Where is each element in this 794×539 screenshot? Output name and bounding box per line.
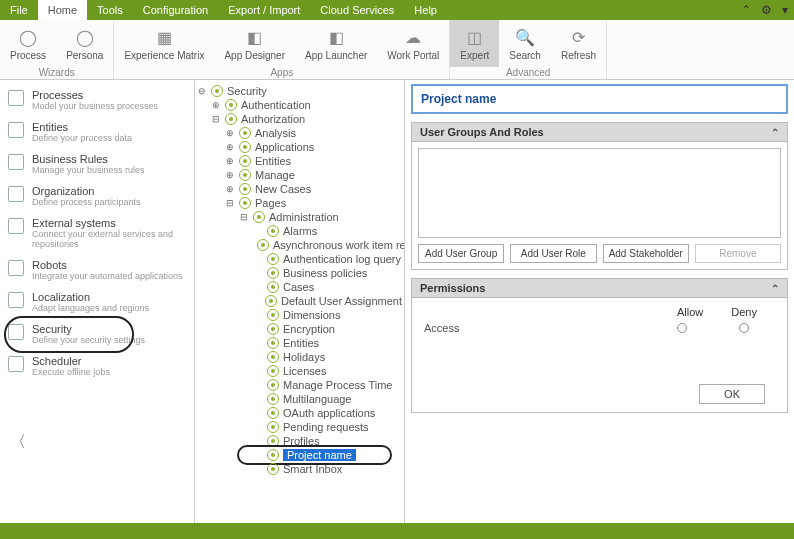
tree-node-oauth-applications[interactable]: OAuth applications	[197, 406, 402, 420]
menu-item-help[interactable]: Help	[404, 0, 447, 20]
expand-icon[interactable]: ⊕	[225, 156, 235, 166]
tree-node-asynchronous-work-item-retries[interactable]: Asynchronous work item retries	[197, 238, 402, 252]
menu-item-cloud-services[interactable]: Cloud Services	[310, 0, 404, 20]
add-stakeholder-button[interactable]: Add Stakeholder	[603, 244, 689, 263]
expand-icon[interactable]: ⊕	[225, 142, 235, 152]
tree-node-applications[interactable]: ⊕Applications	[197, 140, 402, 154]
remove-button: Remove	[695, 244, 781, 263]
column-deny: Deny	[731, 306, 757, 318]
deny-radio[interactable]	[739, 323, 749, 333]
tree-node-authentication-log-query[interactable]: Authentication log query	[197, 252, 402, 266]
sidebar-item-business-rules[interactable]: Business RulesManage your business rules	[0, 148, 194, 180]
ribbon-app-designer-button[interactable]: ◧App Designer	[214, 20, 295, 67]
node-icon	[239, 197, 251, 209]
sidebar-item-entities[interactable]: EntitiesDefine your process data	[0, 116, 194, 148]
tree-node-multilanguage[interactable]: Multilanguage	[197, 392, 402, 406]
tree-node-pages[interactable]: ⊟Pages	[197, 196, 402, 210]
ribbon-persona-button[interactable]: ◯Persona	[56, 20, 113, 67]
tree-node-encryption[interactable]: Encryption	[197, 322, 402, 336]
tree-node-holidays[interactable]: Holidays	[197, 350, 402, 364]
expand-icon[interactable]: ⊟	[225, 198, 235, 208]
tree-node-pending-requests[interactable]: Pending requests	[197, 420, 402, 434]
back-icon[interactable]: 〈	[10, 432, 26, 453]
tree-node-entities[interactable]: ⊕Entities	[197, 154, 402, 168]
permission-label: Access	[424, 322, 651, 334]
tree-node-dimensions[interactable]: Dimensions	[197, 308, 402, 322]
window-dropdown-icon[interactable]: ▾	[782, 3, 788, 17]
node-icon	[267, 365, 279, 377]
nav-icon	[8, 122, 24, 138]
menu-bar: FileHomeToolsConfigurationExport / Impor…	[0, 0, 794, 20]
nav-icon	[8, 218, 24, 234]
menu-item-export-import[interactable]: Export / Import	[218, 0, 310, 20]
tree-node-administration[interactable]: ⊟Administration	[197, 210, 402, 224]
menu-item-file[interactable]: File	[0, 0, 38, 20]
add-user-group-button[interactable]: Add User Group	[418, 244, 504, 263]
expand-icon[interactable]: ⊟	[239, 212, 249, 222]
tree-node-alarms[interactable]: Alarms	[197, 224, 402, 238]
tree-node-manage-process-time[interactable]: Manage Process Time	[197, 378, 402, 392]
tree-node-project-name[interactable]: Project name	[197, 448, 402, 462]
tree-node-default-user-assignment[interactable]: Default User Assignment	[197, 294, 402, 308]
nav-icon	[8, 356, 24, 372]
ribbon-process-button[interactable]: ◯Process	[0, 20, 56, 67]
ribbon-app-launcher-button[interactable]: ◧App Launcher	[295, 20, 377, 67]
menu-item-configuration[interactable]: Configuration	[133, 0, 218, 20]
persona-icon: ◯	[74, 26, 96, 48]
allow-radio[interactable]	[677, 323, 687, 333]
tree-node-manage[interactable]: ⊕Manage	[197, 168, 402, 182]
node-icon	[267, 281, 279, 293]
node-icon	[267, 351, 279, 363]
tree-node-licenses[interactable]: Licenses	[197, 364, 402, 378]
node-icon	[239, 141, 251, 153]
ribbon-expert-button[interactable]: ◫Expert	[450, 20, 499, 67]
nav-icon	[8, 90, 24, 106]
ribbon-experience-matrix-button[interactable]: ▦Experience Matrix	[114, 20, 214, 67]
tree-node-business-policies[interactable]: Business policies	[197, 266, 402, 280]
sidebar-item-security[interactable]: SecurityDefine your security settings	[0, 318, 194, 350]
page-title-box: Project name	[411, 84, 788, 114]
tree-node-profiles[interactable]: Profiles	[197, 434, 402, 448]
menu-item-tools[interactable]: Tools	[87, 0, 133, 20]
expand-icon[interactable]: ⊕	[225, 128, 235, 138]
sidebar-item-organization[interactable]: OrganizationDefine process participants	[0, 180, 194, 212]
panel-header: Permissions	[420, 282, 485, 294]
ribbon-work-portal-button[interactable]: ☁Work Portal	[377, 20, 449, 67]
tree-node-smart-inbox[interactable]: Smart Inbox	[197, 462, 402, 476]
expand-icon[interactable]: ⊕	[211, 100, 221, 110]
tree-node-entities[interactable]: Entities	[197, 336, 402, 350]
node-icon	[239, 169, 251, 181]
tree-node-cases[interactable]: Cases	[197, 280, 402, 294]
tree-node-authentication[interactable]: ⊕Authentication	[197, 98, 402, 112]
experience-matrix-icon: ▦	[153, 26, 175, 48]
user-groups-list[interactable]	[418, 148, 781, 238]
sidebar-item-robots[interactable]: RobotsIntegrate your automated applicati…	[0, 254, 194, 286]
ribbon: ◯Process◯PersonaWizards▦Experience Matri…	[0, 20, 794, 80]
sidebar-item-scheduler[interactable]: SchedulerExecute offline jobs	[0, 350, 194, 382]
node-icon	[225, 113, 237, 125]
ribbon-refresh-button[interactable]: ⟳Refresh	[551, 20, 606, 67]
add-user-role-button[interactable]: Add User Role	[510, 244, 596, 263]
collapse-icon[interactable]: ⌃	[771, 127, 779, 138]
column-allow: Allow	[677, 306, 703, 318]
menu-item-home[interactable]: Home	[38, 0, 87, 20]
permissions-panel: Permissions ⌃ Allow Deny Access OK	[411, 278, 788, 413]
tree-root[interactable]: ⊖Security	[197, 84, 402, 98]
refresh-icon: ⟳	[567, 26, 589, 48]
nav-icon	[8, 154, 24, 170]
collapse-icon[interactable]: ⌃	[771, 283, 779, 294]
settings-gear-icon[interactable]: ⚙	[761, 3, 772, 17]
ribbon-search-button[interactable]: 🔍Search	[499, 20, 551, 67]
window-minimize-icon[interactable]: ⌃	[741, 3, 751, 17]
sidebar-item-localization[interactable]: LocalizationAdapt languages and regions	[0, 286, 194, 318]
expand-icon[interactable]: ⊕	[225, 184, 235, 194]
expand-icon[interactable]: ⊟	[211, 114, 221, 124]
sidebar-item-external-systems[interactable]: External systemsConnect your external se…	[0, 212, 194, 254]
node-icon	[239, 155, 251, 167]
sidebar-item-processes[interactable]: ProcessesModel your business processes	[0, 84, 194, 116]
expand-icon[interactable]: ⊕	[225, 170, 235, 180]
ok-button[interactable]: OK	[699, 384, 765, 404]
tree-node-authorization[interactable]: ⊟Authorization	[197, 112, 402, 126]
tree-node-analysis[interactable]: ⊕Analysis	[197, 126, 402, 140]
tree-node-new-cases[interactable]: ⊕New Cases	[197, 182, 402, 196]
